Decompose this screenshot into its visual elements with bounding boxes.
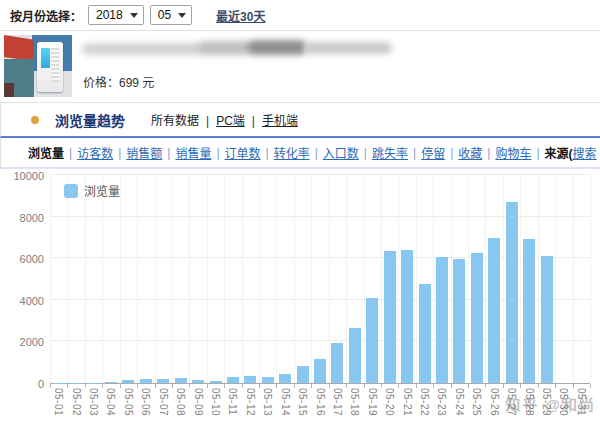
metric-selected-pageviews[interactable]: 浏览量: [28, 144, 64, 161]
metric-link[interactable]: 跳失率: [372, 144, 408, 161]
legend-label: 浏览量: [84, 182, 120, 199]
x-tick-label: 05-22: [419, 388, 430, 416]
blurred-product-title: [82, 40, 392, 58]
bar-05-16: [314, 359, 326, 383]
metric-separator: |: [450, 146, 453, 160]
cooler-grill: [51, 48, 59, 82]
x-tick-label: 05-11: [227, 388, 238, 416]
source-link[interactable]: 搜索: [573, 144, 597, 161]
y-tick-label: 6000: [4, 253, 44, 266]
x-tick-label: 05-21: [402, 388, 413, 416]
source-prefix: 来源(: [545, 144, 573, 161]
legend-pageviews[interactable]: 浏览量: [64, 182, 120, 199]
x-tick-label: 05-03: [88, 388, 99, 416]
bar-05-10: [210, 381, 222, 383]
product-thumbnail[interactable]: [4, 35, 72, 97]
air-cooler-image: [37, 42, 63, 92]
metric-separator: |: [167, 146, 170, 160]
chevron-down-icon: [130, 13, 138, 18]
bar-05-07: [157, 379, 169, 383]
metric-link[interactable]: 停留: [421, 144, 445, 161]
metric-link[interactable]: 销售额: [126, 144, 162, 161]
y-tick-label: 8000: [4, 212, 44, 225]
product-price: 价格：699 元: [83, 73, 154, 90]
bar-05-20: [384, 251, 396, 383]
y-tick-label: 10000: [4, 170, 44, 183]
x-tick-label: 05-08: [175, 388, 186, 416]
x-tick-label: 05-26: [489, 388, 500, 416]
product-summary: 价格：699 元: [0, 31, 600, 103]
thumbnail-bg-block: [4, 83, 14, 97]
zhihu-watermark: 知乎 @和尚: [505, 393, 596, 414]
x-tick-label: 05-04: [105, 388, 116, 416]
bar-05-23: [436, 257, 448, 383]
bar-05-12: [244, 376, 256, 383]
bar-05-06: [140, 379, 152, 383]
bar-05-11: [227, 377, 239, 383]
metric-separator: |: [364, 146, 367, 160]
metric-separator: |: [487, 146, 490, 160]
metric-separator: |: [216, 146, 219, 160]
chart-plot-area: [50, 176, 590, 384]
bar-05-24: [453, 259, 465, 383]
cooler-screen: [41, 48, 50, 68]
month-select[interactable]: 05: [150, 5, 192, 25]
thumbnail-bg-block: [4, 35, 34, 61]
x-tick-label: 05-09: [193, 388, 204, 416]
x-tick-label: 05-10: [210, 388, 221, 416]
tab-mobile[interactable]: 手机端: [262, 114, 298, 128]
y-tick-label: 4000: [4, 295, 44, 308]
metric-separator: |: [118, 146, 121, 160]
metric-separator: |: [266, 146, 269, 160]
bar-05-05: [122, 380, 134, 383]
metric-link[interactable]: 订单数: [225, 144, 261, 161]
bar-05-14: [279, 374, 291, 383]
tab-all-data[interactable]: 所有数据: [151, 114, 199, 128]
x-tick-label: 05-06: [140, 388, 151, 416]
x-tick-label: 05-23: [436, 388, 447, 416]
x-tick-label: 05-19: [367, 388, 378, 416]
metric-link[interactable]: 转化率: [274, 144, 310, 161]
metric-link[interactable]: 收藏: [458, 144, 482, 161]
tab-pc[interactable]: PC端: [216, 114, 245, 128]
metric-separator: |: [315, 146, 318, 160]
bar-05-21: [401, 250, 413, 384]
x-tick-label: 05-18: [349, 388, 360, 416]
month-select-value: 05: [158, 8, 171, 22]
bar-05-29: [541, 256, 553, 383]
metric-link[interactable]: 入口数: [323, 144, 359, 161]
x-tick-label: 05-24: [454, 388, 465, 416]
x-tick-label: 05-16: [315, 388, 326, 416]
bar-05-17: [331, 343, 343, 383]
x-tick-label: 05-12: [245, 388, 256, 416]
recent-30-days-link[interactable]: 最近30天: [216, 7, 265, 24]
bullet-ring-icon: [31, 116, 39, 124]
x-tick-label: 05-07: [158, 388, 169, 416]
metric-separator: |: [536, 146, 539, 160]
month-filter-bar: 按月份选择： 2018 05 最近30天: [0, 0, 600, 31]
bar-05-19: [366, 298, 378, 383]
y-tick-label: 0: [4, 378, 44, 391]
tab-separator: |: [252, 114, 255, 128]
data-scope-tabs: 所有数据|PC端|手机端: [151, 111, 298, 128]
bar-05-27: [506, 202, 518, 383]
metric-link[interactable]: 购物车: [495, 144, 531, 161]
x-tick-label: 05-01: [53, 388, 64, 416]
trend-section-header: 浏览量趋势 所有数据|PC端|手机端: [0, 103, 600, 138]
year-select[interactable]: 2018: [88, 5, 144, 25]
bar-05-13: [262, 377, 274, 383]
bar-05-04: [105, 382, 117, 383]
bar-05-22: [419, 284, 431, 383]
metric-link[interactable]: 销售量: [175, 144, 211, 161]
y-tick-label: 2000: [4, 336, 44, 349]
metric-separator: |: [413, 146, 416, 160]
bar-05-25: [471, 253, 483, 383]
bar-05-08: [175, 378, 187, 383]
x-tick-label: 05-17: [332, 388, 343, 416]
bar-05-18: [349, 328, 361, 383]
metric-link[interactable]: 访客数: [77, 144, 113, 161]
pageviews-bar-chart: 0200040006000800010000 浏览量 05-0105-0205-…: [0, 169, 600, 430]
metric-links-bar: 浏览量 |访客数|销售额|销售量|订单数|转化率|入口数|跳失率|停留|收藏|购…: [0, 138, 600, 169]
bar-05-28: [523, 239, 535, 383]
x-tick-label: 05-02: [71, 388, 82, 416]
